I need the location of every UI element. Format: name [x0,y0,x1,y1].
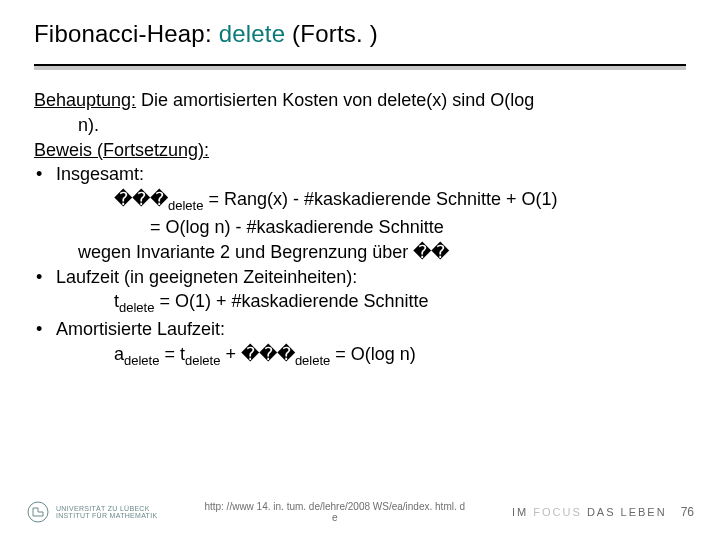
bullet-2: • Laufzeit (in geeigneten Zeiteinheiten)… [34,265,686,290]
t2-subscript: delete [185,352,220,367]
title-keyword: delete [219,20,286,47]
reason-text: wegen Invariante 2 und Begrenzung über [78,242,413,262]
claim-label: Behauptung: [34,90,136,110]
a-subscript: delete [124,352,159,367]
footer-center: http: //www 14. in. tum. de/lehre/2008 W… [157,501,512,523]
slide: Fibonacci-Heap: delete (Forts. ) Behaupt… [0,0,720,540]
delta-phi-placeholder-2: ��� [241,344,295,364]
dphi-subscript: delete [295,352,330,367]
eq3-mid1: = t [159,344,185,364]
delta-phi-placeholder: ��� [114,189,168,209]
footer-left: UNIVERSITÄT ZU LÜBECK INSTITUT FÜR MATHE… [26,500,157,524]
title-prefix: Fibonacci-Heap: [34,20,219,47]
eq3-tail: = O(log n) [330,344,416,364]
uni-line-1: UNIVERSITÄT ZU LÜBECK [56,505,150,512]
bullet-3-eq: adelete = tdelete + ���delete = O(log n) [34,342,686,370]
bullet-dot-icon: • [34,265,56,290]
focus-label: IM FOCUS DAS LEBEN [512,506,667,518]
claim-line: Behauptung: Die amortisierten Kosten von… [34,88,686,113]
eq2-rhs: = O(1) + #kaskadierende Schnitte [154,291,428,311]
eq1-subscript: delete [168,198,203,213]
page-number: 76 [681,505,694,519]
proof-label-line: Beweis (Fortsetzung): [34,138,686,163]
claim-line-2: n). [34,113,686,138]
title-suffix: (Forts. ) [285,20,378,47]
bullet-2-text: Laufzeit (in geeigneten Zeiteinheiten): [56,265,686,290]
bullet-3-text: Amortisierte Laufzeit: [56,317,686,342]
bullet-dot-icon: • [34,162,56,187]
bullet-1-eq2: = O(log n) - #kaskadierende Schnitte [34,215,686,240]
bullet-1: • Insgesamt: [34,162,686,187]
proof-label: Beweis (Fortsetzung): [34,140,209,160]
footer-right: IM FOCUS DAS LEBEN 76 [512,505,694,519]
footer: UNIVERSITÄT ZU LÜBECK INSTITUT FÜR MATHE… [0,490,720,540]
uni-line-2: INSTITUT FÜR MATHEMATIK [56,512,157,519]
bullet-1-text: Insgesamt: [56,162,686,187]
source-url-2: e [332,512,338,523]
t-subscript: delete [119,300,154,315]
slide-body: Behauptung: Die amortisierten Kosten von… [0,70,720,369]
bullet-1-eq1: ���delete = Rang(x) - #kaskadierende Sch… [34,187,686,215]
source-url: http: //www 14. in. tum. de/lehre/2008 W… [204,501,465,512]
claim-text: Die amortisierten Kosten von delete(x) s… [136,90,534,110]
eq1-rhs: = Rang(x) - #kaskadierende Schnitte + O(… [203,189,557,209]
university-logo-icon [26,500,50,524]
a-symbol: a [114,344,124,364]
bullet-2-eq: tdelete = O(1) + #kaskadierende Schnitte [34,289,686,317]
bullet-1-reason: wegen Invariante 2 und Begrenzung über �… [34,240,686,265]
eq3-mid2: + [220,344,241,364]
phi-placeholder: �� [413,242,449,262]
bullet-3: • Amortisierte Laufzeit: [34,317,686,342]
bullet-dot-icon: • [34,317,56,342]
university-text: UNIVERSITÄT ZU LÜBECK INSTITUT FÜR MATHE… [56,505,157,519]
slide-title: Fibonacci-Heap: delete (Forts. ) [0,0,720,58]
